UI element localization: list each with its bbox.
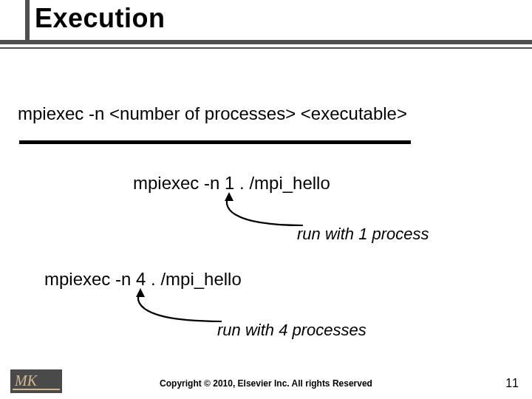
slide-title: Execution — [35, 3, 166, 34]
caption-1: run with 1 process — [297, 225, 429, 244]
slide: Execution mpiexec -n <number of processe… — [0, 0, 532, 399]
page-number: 11 — [505, 377, 519, 390]
svg-marker-0 — [225, 192, 233, 201]
svg-rect-3 — [13, 389, 60, 390]
title-underline-thick — [0, 40, 532, 44]
arrow-curve-1-icon — [214, 192, 310, 233]
command-example-2: mpiexec -n 4 . /mpi_hello — [44, 269, 242, 290]
caption-2: run with 4 processes — [217, 321, 366, 340]
separator-rule — [19, 140, 411, 144]
title-underline-thin — [0, 47, 532, 49]
svg-marker-1 — [136, 288, 145, 297]
command-example-1: mpiexec -n 1 . /mpi_hello — [133, 173, 330, 194]
command-syntax: mpiexec -n <number of processes> <execut… — [18, 103, 407, 124]
arrow-curve-2-icon — [126, 288, 229, 329]
title-vertical-bar — [25, 0, 30, 40]
title-area: Execution — [0, 0, 532, 46]
copyright-text: Copyright © 2010, Elsevier Inc. All righ… — [0, 378, 532, 389]
